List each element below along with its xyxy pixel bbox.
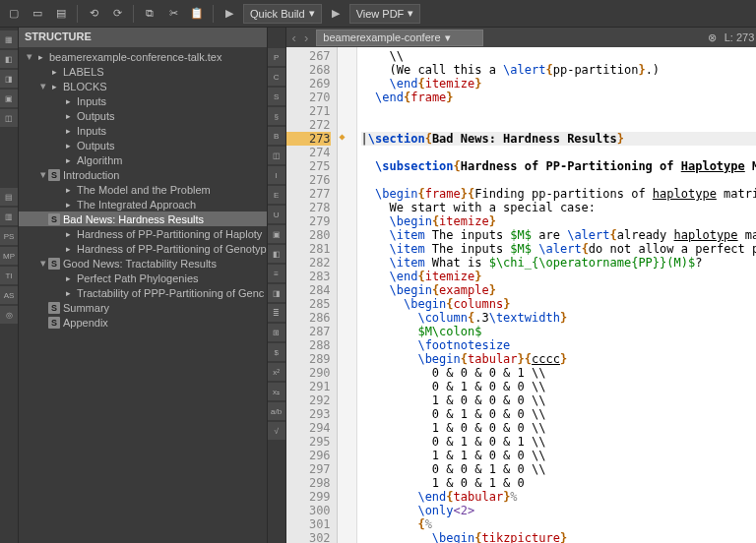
fold-strip — [347, 47, 357, 543]
tool-icon[interactable]: ◨ — [0, 70, 18, 88]
tree-item[interactable]: ▸LABELS — [19, 64, 267, 79]
tool-icon[interactable]: ▤ — [0, 188, 18, 206]
tree-item[interactable]: ▸Hardness of PP-Partitioning of Genotyp — [19, 241, 267, 256]
tool-icon[interactable]: P — [268, 48, 285, 66]
document-selector[interactable]: beamerexample-confere▾ — [316, 30, 483, 46]
copy-icon[interactable]: ⧉ — [140, 4, 159, 24]
tool-icon[interactable]: x₂ — [268, 383, 285, 400]
tool-icon[interactable]: ▣ — [0, 90, 18, 107]
tool-icon[interactable]: I — [268, 166, 285, 184]
chevron-down-icon: ▾ — [309, 7, 315, 20]
tool-icon[interactable]: ≣ — [268, 304, 285, 322]
tool-icon[interactable]: E — [268, 186, 285, 204]
editor-tabbar: ‹ › beamerexample-confere▾ ⊗ L: 273 C: 1… — [286, 28, 756, 47]
tree-item[interactable]: ▸Tractability of PPP-Partitioning of Gen… — [19, 285, 267, 300]
viewpdf-dropdown[interactable]: View PDF▾ — [349, 4, 421, 24]
tool-icon[interactable]: $ — [268, 343, 285, 361]
tree-item[interactable]: ▸The Model and the Problem — [19, 182, 267, 197]
tool-icon[interactable]: ◎ — [0, 306, 18, 324]
tool-icon[interactable]: U — [268, 206, 285, 223]
tool-icon[interactable]: x² — [268, 363, 285, 381]
tool-icon[interactable]: ▥ — [0, 208, 18, 225]
tool-icon[interactable]: ◨ — [268, 284, 285, 302]
tree-item[interactable]: ▸Algorithm — [19, 152, 267, 167]
new-file-icon[interactable]: ▢ — [4, 4, 24, 24]
main-toolbar: ▢ ▭ ▤ ⟲ ⟳ ⧉ ✂ 📋 ▶ Quick Build▾ ▶ View PD… — [0, 0, 756, 28]
tool-icon[interactable]: ⊞ — [268, 324, 285, 341]
tree-item[interactable]: ▸Outputs — [19, 138, 267, 152]
tree-item[interactable]: ▸Perfect Path Phylogenies — [19, 271, 267, 285]
tool-icon[interactable]: √ — [268, 422, 285, 440]
tree-item[interactable]: SSummary — [19, 300, 267, 315]
tree-item[interactable]: SBad News: Hardness Results — [19, 211, 267, 226]
tool-icon[interactable]: B — [268, 127, 285, 145]
tool-icon[interactable]: C — [268, 68, 285, 86]
tool-icon[interactable]: ≡ — [268, 265, 285, 282]
tool-icon[interactable]: § — [268, 107, 285, 125]
save-icon[interactable]: ▤ — [51, 4, 71, 24]
tool-icon[interactable]: TI — [0, 267, 18, 284]
paste-icon[interactable]: 📋 — [187, 4, 207, 24]
tool-icon[interactable]: S — [268, 88, 285, 105]
marker-strip: ◆ — [338, 47, 347, 543]
divider — [77, 5, 78, 23]
line-gutter: 2672682692702712722732742752762772782792… — [286, 47, 338, 543]
tool-icon[interactable]: ◧ — [268, 245, 285, 263]
tree-item[interactable]: ▾SIntroduction — [19, 167, 267, 182]
run-icon[interactable]: ▶ — [220, 4, 239, 24]
nav-back-icon[interactable]: ‹ — [292, 30, 296, 45]
structure-panel-title: STRUCTURE — [19, 28, 267, 47]
tree-item[interactable]: ▾SGood News: Tractability Results — [19, 256, 267, 271]
divider — [133, 5, 134, 23]
redo-icon[interactable]: ⟳ — [107, 4, 127, 24]
tree-item[interactable]: ▾▸BLOCKS — [19, 79, 267, 93]
open-file-icon[interactable]: ▭ — [28, 4, 47, 24]
left-tool-strip: ▦ ◧ ◨ ▣ ◫ ▤ ▥ PS MP TI AS ◎ — [0, 28, 19, 543]
chevron-down-icon: ▾ — [445, 31, 451, 44]
tool-icon[interactable]: ◫ — [0, 109, 18, 127]
tree-item[interactable]: ▸Inputs — [19, 123, 267, 138]
tool-icon[interactable]: ◫ — [268, 147, 285, 164]
tool-icon[interactable]: MP — [0, 247, 18, 265]
cut-icon[interactable]: ✂ — [163, 4, 183, 24]
mid-tool-strip: P C S § B ◫ I E U ▣ ◧ ≡ ◨ ≣ ⊞ $ x² x₂ a/… — [267, 28, 286, 543]
tree-item[interactable]: ▸Inputs — [19, 93, 267, 108]
tree-item[interactable]: ▸Hardness of PP-Partitioning of Haploty — [19, 226, 267, 241]
tool-icon[interactable]: a/b — [268, 402, 285, 420]
tool-icon[interactable]: ▦ — [0, 30, 18, 48]
chevron-down-icon: ▾ — [408, 7, 413, 20]
tool-icon[interactable]: ◧ — [0, 50, 18, 68]
divider — [213, 5, 214, 23]
quickbuild-dropdown[interactable]: Quick Build▾ — [243, 4, 322, 24]
tree-item[interactable]: SAppendix — [19, 315, 267, 330]
run2-icon[interactable]: ▶ — [326, 4, 346, 24]
code-editor[interactable]: 2672682692702712722732742752762772782792… — [286, 47, 756, 543]
close-icon[interactable]: ⊗ — [708, 31, 717, 44]
cursor-position: L: 273 C: 1 — [724, 31, 756, 43]
tree-item[interactable]: ▾▸beamerexample-conference-talk.tex — [19, 49, 267, 64]
tool-icon[interactable]: PS — [0, 227, 18, 245]
tree-item[interactable]: ▸The Integrated Approach — [19, 197, 267, 211]
tool-icon[interactable]: ▣ — [268, 225, 285, 243]
tree-item[interactable]: ▸Outputs — [19, 108, 267, 123]
structure-tree[interactable]: ▾▸beamerexample-conference-talk.tex▸LABE… — [19, 47, 267, 543]
tool-icon[interactable]: AS — [0, 286, 18, 304]
undo-icon[interactable]: ⟲ — [84, 4, 103, 24]
nav-fwd-icon[interactable]: › — [304, 30, 308, 45]
